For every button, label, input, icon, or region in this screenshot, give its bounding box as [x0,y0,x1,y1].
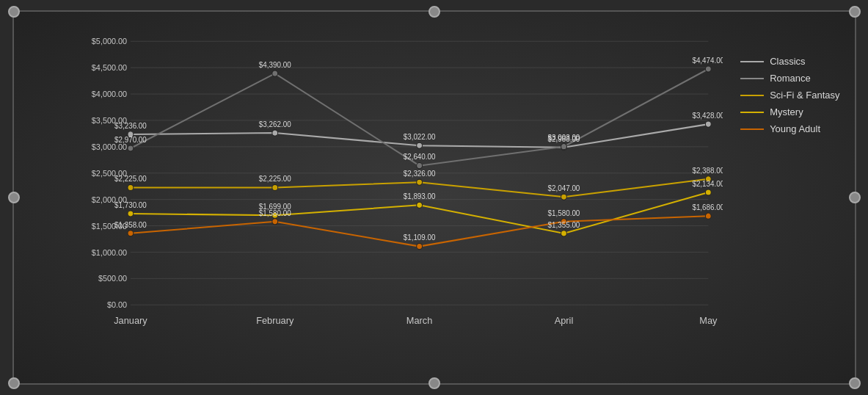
svg-point-46 [705,189,711,195]
svg-point-45 [561,231,566,236]
svg-point-29 [416,142,422,148]
svg-text:$3,428.00: $3,428.00 [692,112,723,120]
svg-text:$1,730.00: $1,730.00 [114,201,147,209]
svg-text:$5,000.00: $5,000.00 [91,37,126,46]
corner-bl [8,377,20,389]
svg-text:$4,474.00: $4,474.00 [692,57,723,65]
svg-text:$0.00: $0.00 [106,300,126,309]
svg-text:$3,262.00: $3,262.00 [258,120,291,128]
svg-text:$2,225.00: $2,225.00 [114,175,147,183]
svg-text:$4,390.00: $4,390.00 [258,61,291,69]
svg-text:May: May [699,315,718,326]
corner-mr [849,192,861,203]
svg-point-44 [416,202,422,208]
svg-point-48 [271,219,277,225]
svg-text:$4,000.00: $4,000.00 [91,90,126,98]
legend-item: Mystery [740,106,839,117]
svg-point-40 [561,194,566,200]
corner-tl [8,6,20,18]
legend: Classics Romance Sci-Fi & Fantasy Myster… [740,56,839,134]
corner-tr [849,6,861,18]
svg-text:April: April [554,315,573,326]
svg-point-47 [127,231,133,236]
svg-text:$1,580.00: $1,580.00 [258,209,291,217]
svg-point-32 [127,145,133,151]
svg-text:$1,358.00: $1,358.00 [114,220,147,228]
svg-text:$4,500.00: $4,500.00 [91,63,126,72]
corner-ml [8,192,20,203]
corner-tm [428,6,440,18]
svg-point-49 [416,244,422,250]
svg-text:$2,640.00: $2,640.00 [403,153,435,161]
svg-text:$2,326.00: $2,326.00 [403,170,435,178]
svg-point-39 [416,179,422,185]
svg-text:$2,388.00: $2,388.00 [692,166,723,174]
svg-text:$1,893.00: $1,893.00 [403,192,435,200]
svg-text:$3,022.00: $3,022.00 [403,133,435,141]
legend-item: Classics [740,56,839,67]
svg-text:$2,047.00: $2,047.00 [547,184,580,192]
svg-text:$3,003.00: $3,003.00 [547,134,580,142]
corner-bm [428,377,440,389]
svg-text:$2,225.00: $2,225.00 [258,175,291,183]
svg-text:$1,109.00: $1,109.00 [403,233,435,242]
legend-item: Sci-Fi & Fantasy [740,90,839,101]
svg-text:$2,134.00: $2,134.00 [692,180,723,188]
chart-svg: $0.00$500.00$1,000.00$1,500.00$2,000.00$… [80,34,723,327]
svg-text:$3,236.00: $3,236.00 [114,122,147,130]
svg-point-37 [127,184,133,190]
legend-item: Young Adult [740,123,839,134]
svg-point-33 [271,70,277,76]
chart-area: $0.00$500.00$1,000.00$1,500.00$2,000.00$… [80,34,840,327]
svg-point-51 [705,213,711,219]
svg-point-38 [271,184,277,190]
svg-point-42 [127,211,133,217]
svg-text:$1,580.00: $1,580.00 [547,209,580,217]
svg-text:$1,000.00: $1,000.00 [91,247,126,256]
svg-text:$500.00: $500.00 [98,274,126,283]
svg-point-36 [705,66,711,72]
svg-point-34 [416,163,422,169]
svg-text:January: January [114,315,147,326]
svg-text:$2,970.00: $2,970.00 [114,136,147,144]
chart-container: $0.00$500.00$1,000.00$1,500.00$2,000.00$… [12,10,856,385]
legend-item: Romance [740,73,839,84]
svg-text:$1,686.00: $1,686.00 [692,203,723,211]
svg-point-31 [705,121,711,127]
svg-point-35 [561,144,566,150]
svg-text:March: March [406,315,431,326]
svg-text:February: February [256,315,294,326]
svg-point-28 [271,130,277,136]
svg-text:$1,355.00: $1,355.00 [547,221,580,229]
corner-br [849,377,861,389]
